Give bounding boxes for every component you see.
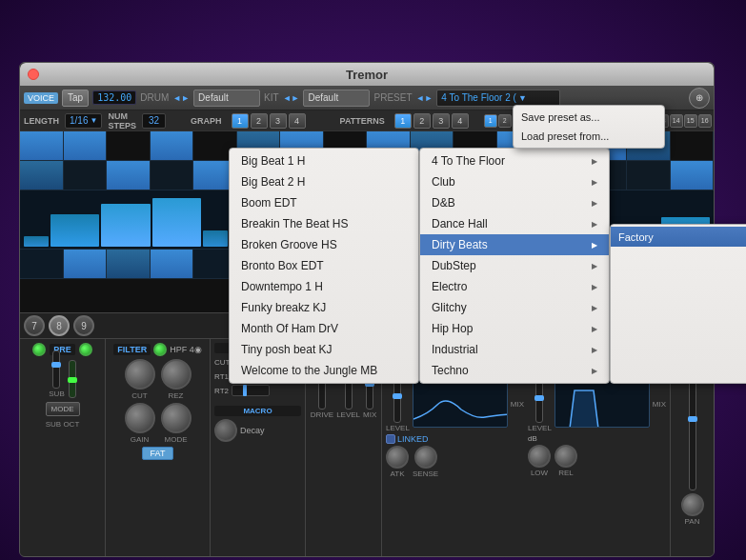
club-item[interactable]: Club ▶ — [420, 171, 609, 192]
list-item[interactable]: Bronto Box EDT — [230, 255, 418, 276]
sub-fader[interactable] — [52, 350, 60, 389]
steps-value[interactable]: 32 — [142, 113, 166, 129]
seq-cell[interactable] — [107, 131, 151, 160]
list-item[interactable]: Boom EDT — [230, 192, 418, 213]
seq-cell[interactable] — [20, 161, 64, 190]
dirty-beats-item[interactable]: Dirty Beats ▶ — [420, 234, 609, 255]
list-item[interactable]: Big Beat 2 H — [230, 171, 418, 192]
sense-container: SENSE — [413, 446, 438, 478]
graph-tab-1[interactable]: 1 — [232, 113, 249, 129]
preset-display[interactable]: 4 To The Floor 2 ( ▼ — [436, 90, 560, 107]
list-item[interactable]: Downtempo 1 H — [230, 276, 418, 297]
pan-knob[interactable] — [681, 493, 704, 516]
seq-cell[interactable] — [64, 250, 108, 278]
sense-knob[interactable] — [414, 446, 437, 469]
step-16[interactable]: 16 — [698, 114, 712, 128]
rel-knob[interactable] — [554, 445, 577, 468]
dnb-item[interactable]: D&B ▶ — [420, 192, 609, 213]
close-button[interactable] — [28, 69, 39, 80]
list-item[interactable]: Funky breakz KJ — [230, 297, 418, 318]
list-item[interactable]: Big Beat 1 H — [230, 150, 418, 171]
seq-cell[interactable] — [107, 161, 151, 190]
hip-hop-item[interactable]: Hip Hop ▶ — [420, 318, 609, 339]
electro-label: Electro — [432, 280, 467, 293]
step-15[interactable]: 15 — [684, 114, 697, 128]
eq-comp-displays: LEVEL MIX LINKED — [386, 375, 666, 557]
seq-cell[interactable] — [64, 131, 108, 160]
graph-tab-3[interactable]: 3 — [270, 113, 287, 129]
seq-cell[interactable] — [107, 250, 151, 278]
context-menu: Save preset as... Load preset from... — [513, 105, 665, 149]
dubstep-item[interactable]: DubStep ▶ — [420, 255, 609, 276]
gain-knob[interactable] — [125, 403, 155, 433]
factory-header: Factory ▶ — [611, 227, 746, 247]
step-14[interactable]: 14 — [670, 114, 683, 128]
dance-hall-item[interactable]: Dance Hall ▶ — [420, 213, 609, 234]
step-2[interactable]: 2 — [498, 114, 512, 128]
pan-container: PAN — [681, 493, 704, 526]
pattern-tab-2[interactable]: 2 — [413, 113, 431, 129]
low-knob[interactable] — [528, 445, 551, 468]
seq-cell[interactable] — [20, 250, 64, 278]
4-to-the-floor-item[interactable]: 4 To The Floor ▶ — [420, 150, 609, 171]
gain-knob-container: GAIN — [125, 403, 155, 444]
list-item[interactable]: Welcome to the Jungle MB — [230, 360, 418, 381]
gain-fader[interactable] — [69, 360, 76, 398]
seq-cell[interactable] — [151, 250, 194, 278]
industrial-item[interactable]: Industrial ▶ — [420, 339, 609, 360]
tab-7[interactable]: 7 — [24, 315, 45, 336]
filter-power-btn[interactable] — [153, 343, 167, 356]
tab-9[interactable]: 9 — [73, 315, 94, 336]
pattern-tab-3[interactable]: 3 — [433, 113, 450, 129]
pre-power-btn[interactable] — [79, 343, 92, 356]
drum-select[interactable]: Default — [193, 90, 260, 107]
rt2-slider[interactable] — [232, 385, 270, 396]
kit-select[interactable]: Default — [303, 90, 370, 107]
fat-button[interactable]: FAT — [142, 447, 174, 460]
tab-8[interactable]: 8 — [49, 315, 70, 336]
mode-button[interactable]: MODE — [46, 402, 80, 416]
save-preset-item[interactable]: Save preset as... — [514, 108, 664, 127]
graph-tab-2[interactable]: 2 — [251, 113, 268, 129]
graph-tab-4[interactable]: 4 — [289, 113, 306, 129]
mode-knob[interactable] — [161, 403, 192, 433]
mix-master-fader[interactable] — [689, 376, 696, 490]
list-item[interactable]: Breakin The Beat HS — [230, 213, 418, 234]
linked-checkbox[interactable] — [386, 434, 395, 444]
fader-container-2 — [69, 360, 76, 398]
length-value[interactable]: 1/16 ▼ — [65, 113, 102, 129]
list-item[interactable]: Broken Groove HS — [230, 234, 418, 255]
preset-arrows[interactable]: ◄► — [416, 93, 433, 103]
glitchy-item[interactable]: Glitchy ▶ — [420, 297, 609, 318]
drum-arrows[interactable]: ◄► — [172, 93, 190, 103]
voice-section: VOICE — [24, 92, 58, 104]
pre-buttons: MODE — [46, 402, 80, 416]
cut-label: CUT — [131, 391, 147, 400]
list-item[interactable]: Month Of Ham DrV — [230, 318, 418, 339]
seq-cell[interactable] — [151, 161, 194, 190]
cut-knob[interactable] — [125, 359, 155, 390]
step-1[interactable]: 1 — [484, 114, 497, 128]
seq-cell[interactable] — [151, 131, 194, 160]
logo-button[interactable]: ⊕ — [689, 88, 710, 109]
load-preset-item[interactable]: Load preset from... — [514, 127, 664, 146]
comp-section: LEVEL MIX dB — [528, 375, 666, 557]
tap-button[interactable]: Tap — [62, 90, 89, 107]
pattern-tab-1[interactable]: 1 — [394, 113, 412, 129]
filter-knobs: CUT REZ — [125, 359, 192, 400]
bpm-display: 132.00 — [92, 90, 136, 105]
rez-label: REZ — [169, 391, 184, 400]
seq-cell[interactable] — [20, 131, 64, 160]
pre-power-led[interactable] — [32, 343, 46, 356]
pattern-tab-4[interactable]: 4 — [452, 113, 469, 129]
fader-container: SUB — [49, 350, 64, 398]
atk-knob[interactable] — [386, 446, 409, 469]
kit-arrows[interactable]: ◄► — [283, 93, 300, 103]
decay-knob[interactable] — [214, 419, 237, 442]
list-item[interactable]: Tiny posh beat KJ — [230, 339, 418, 360]
techno-item[interactable]: Techno ▶ — [420, 360, 609, 381]
rez-knob[interactable] — [161, 359, 192, 390]
decay-row: Decay — [214, 419, 301, 442]
electro-item[interactable]: Electro ▶ — [420, 276, 609, 297]
seq-cell[interactable] — [64, 161, 108, 190]
